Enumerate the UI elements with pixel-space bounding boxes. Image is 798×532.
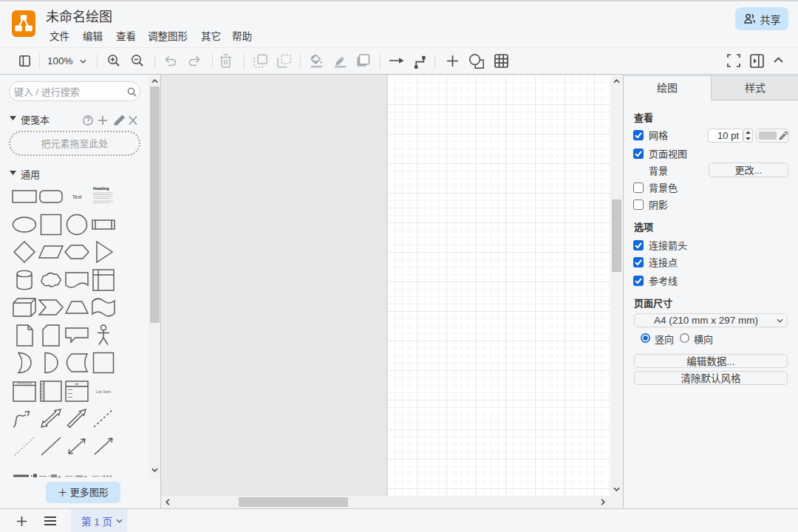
svg-text:List Item: List Item bbox=[96, 389, 112, 394]
svg-text:Heading: Heading bbox=[93, 186, 109, 191]
svg-text:Text: Text bbox=[72, 194, 82, 200]
